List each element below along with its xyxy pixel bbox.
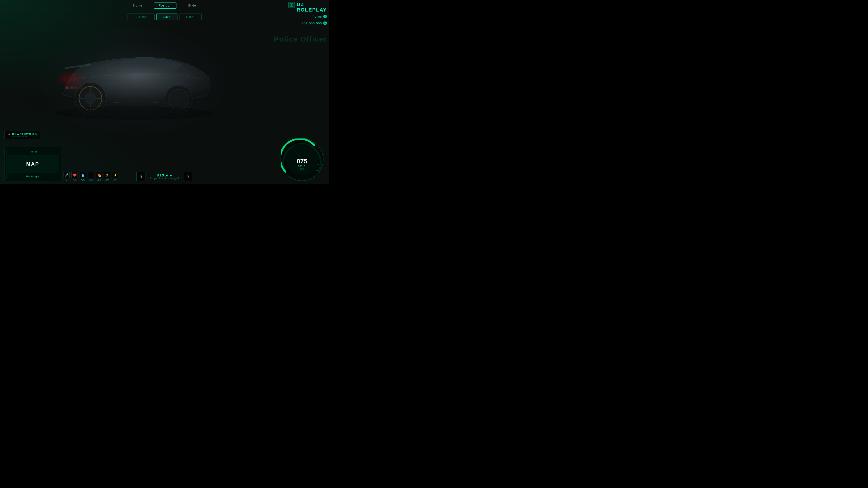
status-stamina: 🏃 75% (104, 172, 110, 181)
police-badge-dot: ★ (323, 15, 327, 18)
status-energy: ⚡ 75% (112, 172, 119, 181)
energy-icon: ⚡ (112, 172, 119, 178)
status-cross: ✚ 75% (88, 172, 94, 181)
location-pin-icon: 📍 (7, 133, 11, 137)
food-value: 75% (97, 179, 101, 181)
health-value: 75% (72, 179, 76, 181)
reset-button[interactable]: Reset (179, 13, 202, 20)
svg-rect-12 (74, 86, 78, 90)
money-display: 752.000.000 $ (302, 22, 327, 25)
food-icon: 🍖 (96, 172, 102, 178)
brand-line2: ROLEPLAY (297, 7, 327, 13)
save-button[interactable]: Save (156, 13, 178, 20)
water-icon: 💧 (80, 172, 86, 178)
svg-rect-11 (70, 86, 74, 90)
svg-point-14 (54, 106, 213, 120)
officer-title-text: Police Officer (243, 35, 329, 43)
n-button[interactable]: N (136, 172, 145, 181)
car-silhouette (45, 32, 221, 122)
stamina-icon: 🏃 (104, 172, 110, 178)
stamina-value: 75% (105, 179, 109, 181)
location-panel: 📍 DOWNTOWN ST. Vinewood Blvd (4, 131, 40, 139)
cross-icon: ✚ (88, 172, 94, 178)
store-prompt-text: Do you like this design? (150, 177, 179, 180)
water-value: 75% (81, 179, 85, 181)
svg-text:160: 160 (316, 170, 319, 172)
status-mic: 🎤 3 (63, 172, 70, 181)
police-badge: Police ★ (313, 15, 327, 18)
store-name: UZStore (150, 173, 179, 177)
officer-panel: Police Officer (243, 35, 329, 43)
mic-icon: 🎤 (63, 172, 70, 178)
speedometer: 0 10 20 30 40 60 80 100 120 140 160 ⚙ ○ … (281, 138, 326, 183)
svg-rect-10 (65, 86, 69, 90)
status-food: 🍖 75% (96, 172, 102, 181)
coin-icon: $ (288, 2, 295, 8)
speed-percent: 25% (300, 168, 304, 170)
map-radial-button[interactable]: Radial (6, 149, 59, 154)
svg-point-3 (85, 92, 96, 104)
action-buttons: All Reset Save Reset (128, 13, 202, 20)
all-reset-button[interactable]: All Reset (128, 13, 155, 20)
location-name: DOWNTOWN ST. (12, 133, 37, 135)
brand-area: $ UZ ROLEPLAY (288, 2, 327, 13)
energy-value: 75% (113, 179, 117, 181)
nav-style[interactable]: Style (183, 2, 201, 8)
map-label: MAP (26, 161, 39, 167)
speedo-outer: 0 10 20 30 40 60 80 100 120 140 160 ⚙ ○ … (281, 138, 323, 181)
svg-text:0: 0 (284, 172, 285, 174)
map-panel: Radial MAP Rectangle (4, 147, 61, 181)
svg-text:★: ★ (324, 16, 326, 18)
top-navigation: Home Position Style (128, 2, 201, 8)
speedo-inner: 075 KM/H 25% (286, 144, 318, 175)
speed-unit: KM/H (298, 164, 306, 167)
svg-rect-13 (79, 86, 83, 90)
nav-position[interactable]: Position (154, 2, 177, 8)
speed-value: 075 (297, 158, 307, 164)
status-water: 💧 75% (80, 172, 86, 181)
location-sub: Vinewood Blvd (12, 135, 37, 138)
mic-value: 3 (66, 179, 67, 181)
brand-name: UZ ROLEPLAY (297, 2, 327, 13)
money-icon: $ (323, 22, 327, 25)
svg-text:$: $ (291, 4, 292, 6)
store-info: UZStore Do you like this design? (150, 173, 179, 180)
y-button[interactable]: Y (184, 172, 193, 181)
money-amount: 752.000.000 (302, 22, 322, 25)
brand-line1: UZ (297, 2, 327, 7)
status-bar: 🎤 3 ❤️ 75% 💧 75% ✚ 75% 🍖 75% 🏃 75% ⚡ 75% (63, 172, 119, 181)
police-role-text: Police (313, 15, 322, 18)
map-rectangle-button[interactable]: Rectangle (6, 174, 59, 179)
status-health: ❤️ 75% (71, 172, 78, 181)
svg-point-9 (169, 90, 188, 109)
store-prompt: N UZStore Do you like this design? Y (136, 172, 193, 181)
nav-home[interactable]: Home (128, 2, 147, 8)
map-display: MAP (6, 155, 59, 173)
cross-value: 75% (89, 179, 93, 181)
location-badge: 📍 DOWNTOWN ST. Vinewood Blvd (4, 131, 40, 139)
health-icon: ❤️ (71, 172, 78, 178)
